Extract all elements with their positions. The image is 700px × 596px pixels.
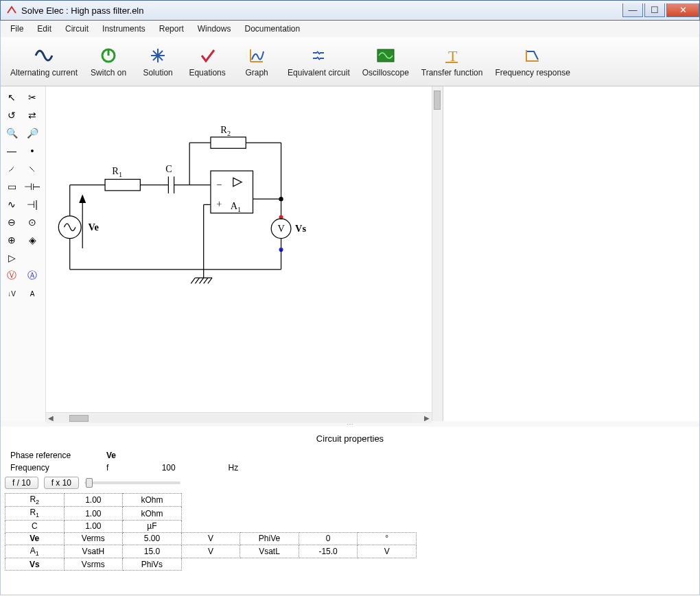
svg-line-51 bbox=[200, 278, 204, 283]
svg-text:+: + bbox=[216, 198, 222, 209]
table-row: Vs Vsrms PhiVs bbox=[5, 558, 417, 571]
frequency-symbol: f bbox=[101, 462, 156, 474]
svg-text:R1: R1 bbox=[112, 165, 122, 178]
comp-voltmeter[interactable]: Ⓥ bbox=[2, 267, 21, 284]
graph-icon bbox=[247, 46, 266, 65]
transfer-icon: T bbox=[443, 46, 462, 65]
component-palette: ↖ ✂ ↺ ⇄ 🔍 🔎 — • ⟋ ⟍ ▭ ⊣⊢ ∿ ⊣| ⊖ ⊙ ⊕ ◈ ▷ … bbox=[1, 86, 46, 421]
tool-pointer[interactable]: ↖ bbox=[2, 89, 21, 106]
tool-alternating-current[interactable]: Alternating current bbox=[5, 43, 83, 80]
frequency-label: Frequency bbox=[5, 462, 101, 474]
freq-multiply-button[interactable]: f x 10 bbox=[44, 477, 79, 489]
menu-circuit[interactable]: Circuit bbox=[60, 23, 94, 35]
menu-file[interactable]: File bbox=[5, 23, 29, 35]
comp-capacitor[interactable]: ⊣⊢ bbox=[23, 178, 42, 195]
properties-title: Circuit properties bbox=[5, 431, 695, 449]
table-row: C 1.00 µF bbox=[5, 520, 417, 532]
tool-graph[interactable]: Graph bbox=[233, 43, 281, 80]
minimize-button[interactable]: — bbox=[622, 3, 643, 17]
table-row: R1 1.00 kOhm bbox=[5, 507, 417, 520]
oscilloscope-icon bbox=[376, 46, 395, 65]
canvas-vscrollbar[interactable] bbox=[432, 86, 443, 421]
tool-transfer-function[interactable]: T Transfer function bbox=[416, 43, 489, 80]
comp-node[interactable]: • bbox=[23, 143, 42, 159]
frequency-slider[interactable] bbox=[84, 481, 180, 484]
svg-text:V: V bbox=[277, 223, 285, 234]
svg-text:A1: A1 bbox=[231, 200, 242, 213]
tool-rotate-ccw[interactable]: ↺ bbox=[2, 107, 21, 123]
svg-text:R2: R2 bbox=[220, 124, 231, 137]
svg-text:Vs: Vs bbox=[295, 223, 306, 234]
svg-line-50 bbox=[195, 278, 199, 283]
maximize-button[interactable]: ☐ bbox=[644, 3, 665, 17]
schematic-canvas[interactable]: Ve R1 C R2 bbox=[46, 86, 432, 421]
comp-switch-open[interactable]: ⟋ bbox=[2, 160, 21, 177]
tool-equations[interactable]: Equations bbox=[183, 43, 231, 80]
tool-zoom-out[interactable]: 🔎 bbox=[23, 125, 42, 141]
comp-battery[interactable]: ⊣| bbox=[23, 196, 42, 213]
output-panel bbox=[443, 86, 699, 421]
menu-documentation[interactable]: Documentation bbox=[239, 23, 305, 35]
snowflake-icon bbox=[148, 46, 167, 65]
app-icon bbox=[6, 5, 17, 16]
tool-pliers[interactable]: ✂ bbox=[23, 89, 42, 106]
table-row: R2 1.00 kOhm bbox=[5, 494, 417, 507]
toolbar: Alternating current Switch on Solution E… bbox=[0, 37, 700, 86]
freq-divide-button[interactable]: f / 10 bbox=[5, 477, 38, 489]
comp-source-i[interactable]: ⊙ bbox=[23, 214, 42, 230]
menu-windows[interactable]: Windows bbox=[192, 23, 237, 35]
comp-ammeter[interactable]: Ⓐ bbox=[23, 267, 42, 284]
table-row: Ve Verms 5.00 V PhiVe 0 ° bbox=[5, 532, 417, 545]
window-titlebar: Solve Elec : High pass filter.eln — ☐ ✕ bbox=[0, 0, 700, 21]
window-title: Solve Elec : High pass filter.eln bbox=[21, 5, 621, 16]
tool-switch-on[interactable]: Switch on bbox=[84, 43, 132, 80]
menubar: File Edit Circuit Instruments Report Win… bbox=[0, 21, 700, 37]
tool-zoom-in[interactable]: 🔍 bbox=[2, 125, 21, 141]
check-icon bbox=[198, 46, 217, 65]
tool-frequency-response[interactable]: Frequency response bbox=[489, 43, 575, 80]
svg-text:Ve: Ve bbox=[88, 222, 98, 233]
bode-icon bbox=[523, 46, 542, 65]
component-values-table: R2 1.00 kOhm R1 1.00 kOhm C 1.00 µF Ve V… bbox=[5, 493, 417, 571]
close-button[interactable]: ✕ bbox=[666, 3, 699, 17]
comp-wire[interactable]: — bbox=[2, 143, 21, 159]
menu-edit[interactable]: Edit bbox=[32, 23, 57, 35]
phase-ref-label: Phase reference bbox=[5, 449, 101, 462]
svg-line-52 bbox=[204, 278, 208, 283]
svg-line-49 bbox=[191, 278, 195, 283]
sine-wave-icon bbox=[34, 46, 54, 65]
tool-equivalent-circuit[interactable]: Equivalent circuit bbox=[282, 43, 355, 80]
label-ve: Ve bbox=[88, 222, 98, 233]
comp-opamp[interactable]: ▷ bbox=[2, 250, 21, 266]
circuit-properties-panel: Circuit properties Phase reference Ve Fr… bbox=[0, 427, 700, 595]
menu-report[interactable]: Report bbox=[154, 23, 189, 35]
comp-inductor[interactable]: ∿ bbox=[2, 196, 21, 213]
svg-text:−: − bbox=[216, 179, 222, 190]
tool-rotate-cw[interactable]: ⇄ bbox=[23, 107, 42, 123]
canvas-hscrollbar[interactable]: ◀▶ bbox=[46, 412, 432, 423]
comp-source-ac[interactable]: ⊕ bbox=[2, 232, 21, 248]
comp-probe-v[interactable]: ↓V bbox=[2, 285, 21, 302]
svg-rect-15 bbox=[105, 179, 140, 190]
comp-resistor[interactable]: ▭ bbox=[2, 178, 21, 195]
frequency-value[interactable]: 100 bbox=[156, 462, 223, 474]
svg-rect-26 bbox=[211, 137, 246, 148]
tool-oscilloscope[interactable]: Oscilloscope bbox=[357, 43, 415, 80]
svg-text:T: T bbox=[448, 47, 458, 64]
frequency-unit: Hz bbox=[223, 462, 279, 474]
comp-source-v[interactable]: ⊖ bbox=[2, 214, 21, 230]
comp-probe-a[interactable]: A bbox=[23, 285, 42, 302]
phase-ref-value: Ve bbox=[101, 449, 156, 462]
table-row: A1 VsatH 15.0 V VsatL -15.0 V bbox=[5, 545, 417, 558]
menu-instruments[interactable]: Instruments bbox=[97, 23, 151, 35]
svg-line-53 bbox=[208, 278, 212, 283]
comp-source-dep[interactable]: ◈ bbox=[23, 232, 42, 248]
comp-switch-closed[interactable]: ⟍ bbox=[23, 160, 42, 177]
svg-text:C: C bbox=[165, 163, 172, 174]
equivalent-icon bbox=[309, 46, 328, 65]
tool-solution[interactable]: Solution bbox=[134, 43, 182, 80]
power-icon bbox=[99, 46, 118, 65]
